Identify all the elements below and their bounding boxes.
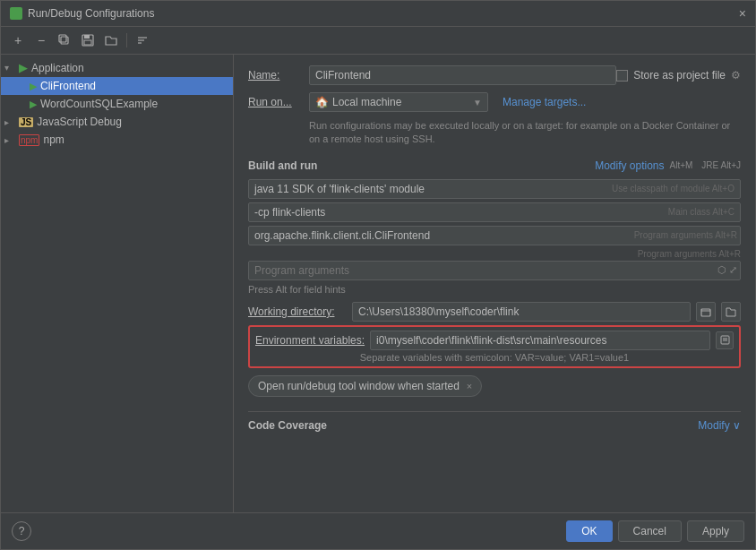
name-label: Name: [248,69,302,82]
run-debug-dialog: Run/Debug Configurations × + − [0,0,756,550]
press-alt-hint: Press Alt for field hints [248,284,741,295]
remove-button[interactable]: − [31,30,51,50]
chevron-right-icon: ▸ [4,117,15,127]
config-icon: ▶ [30,81,37,92]
classpath-shortcut: Use classpath of module Alt+O [612,184,735,193]
home-icon: 🏠 [315,96,329,108]
env-vars-row: Environment variables: [255,331,734,350]
working-dir-folder-btn[interactable] [721,302,741,322]
program-args-input[interactable] [248,261,741,280]
toolbar-separator [126,33,127,47]
sidebar-section-application-label: Application [31,62,84,74]
main-class-input[interactable] [248,226,741,245]
application-icon: ▶ [19,61,28,74]
toolbar: + − [1,27,755,55]
npm-icon: npm [19,134,39,146]
working-dir-browse-btn[interactable] [696,302,716,322]
copy-button[interactable] [55,30,74,50]
modify-options-button[interactable]: Modify options Alt+M JRE Alt+J [595,159,741,172]
env-vars-section: Environment variables: Separate variable… [248,325,741,368]
sidebar-section-npm[interactable]: ▸ npm npm [1,131,233,149]
working-dir-input[interactable] [352,302,691,322]
action-buttons: OK Cancel Apply [566,520,744,542]
title-bar: Run/Debug Configurations × [1,1,755,27]
sidebar-section-javascript[interactable]: ▸ JS JavaScript Debug [1,113,233,131]
svg-rect-4 [84,40,91,45]
name-left: Name: [248,65,616,85]
cp-value: -cp flink-clients [254,206,325,219]
working-dir-label: Working directory: [248,305,347,318]
sidebar: ▾ ▶ Application ▶ CliFrontend ▶ WordCoun… [1,55,234,512]
store-gear-icon[interactable]: ⚙ [731,69,741,82]
store-checkbox-row: Store as project file ⚙ [616,69,741,82]
sort-button[interactable] [133,30,152,50]
info-text: Run configurations may be executed local… [309,119,741,147]
code-coverage-modify-btn[interactable]: Modify ∨ [698,419,741,432]
config-icon2: ▶ [30,99,37,110]
open-debug-close-icon[interactable]: × [467,381,472,391]
build-run-header: Build and run Modify options Alt+M JRE A… [248,159,741,172]
close-icon[interactable]: × [739,6,746,21]
sidebar-item-wordcount-label: WordCountSQLExample [40,98,158,110]
name-row: Name: Store as project file ⚙ [248,65,741,85]
name-input[interactable] [309,65,616,85]
dialog-icon [10,7,22,20]
local-machine-dropdown[interactable]: 🏠 Local machine ▼ [309,92,488,112]
store-label: Store as project file [633,69,726,82]
dialog-title: Run/Debug Configurations [28,7,154,20]
chevron-right-icon2: ▸ [4,135,15,145]
modify-label: Modify ∨ [698,419,741,432]
open-debug-row: Open run/debug tool window when started … [248,375,741,404]
expand-icon[interactable]: ⬡ ⤢ [717,264,737,276]
build-run-title: Build and run [248,159,317,172]
program-args-row: ⬡ ⤢ [248,261,741,280]
local-machine-label: Local machine [332,96,401,108]
name-right: Store as project file ⚙ [616,69,741,82]
js-icon: JS [19,117,33,127]
env-vars-label: Environment variables: [255,334,365,347]
main-class-row: Program arguments Alt+R [248,226,741,245]
cp-dropdown[interactable]: -cp flink-clients Main class Alt+C [248,202,741,222]
env-vars-edit-btn[interactable] [716,331,734,349]
env-vars-input[interactable] [370,331,710,350]
working-dir-row: Working directory: [248,302,741,322]
svg-rect-3 [84,35,90,39]
run-on-label: Run on... [248,96,302,108]
title-bar-left: Run/Debug Configurations [10,7,154,20]
modify-options-label: Modify options [595,159,664,172]
sidebar-item-clifrontend-label: CliFrontend [40,80,96,92]
folder-button[interactable] [101,30,121,50]
manage-targets-link[interactable]: Manage targets... [503,96,586,108]
env-hint: Separate variables with semicolon: VAR=v… [255,352,734,363]
main-content: ▾ ▶ Application ▶ CliFrontend ▶ WordCoun… [1,55,755,512]
sidebar-section-javascript-label: JavaScript Debug [37,116,122,128]
save-button[interactable] [78,30,98,50]
sidebar-section-npm-label: npm [43,133,64,146]
apply-button[interactable]: Apply [687,520,744,542]
ok-button[interactable]: OK [566,520,612,542]
code-coverage-label: Code Coverage [248,419,327,432]
jre-label: JRE Alt+J [701,160,741,170]
code-coverage-row: Code Coverage Modify ∨ [248,411,741,432]
svg-rect-1 [59,35,66,42]
chevron-down-icon: ▾ [4,63,15,73]
sdk-value: java 11 SDK of 'flink-clients' module [254,183,425,195]
sidebar-section-application[interactable]: ▾ ▶ Application [1,58,233,77]
program-args-shortcut-label: Program arguments Alt+R [638,249,741,259]
sdk-dropdown[interactable]: java 11 SDK of 'flink-clients' module Us… [248,179,741,199]
sidebar-item-wordcount[interactable]: ▶ WordCountSQLExample [1,95,233,113]
cancel-button[interactable]: Cancel [618,520,682,542]
help-button[interactable]: ? [12,521,31,541]
store-checkbox[interactable] [616,70,628,82]
modify-options-shortcut: Alt+M [670,160,693,170]
open-debug-label: Open run/debug tool window when started [258,380,460,392]
svg-rect-0 [61,37,68,44]
main-class-shortcut: Main class Alt+C [668,207,735,217]
open-debug-button[interactable]: Open run/debug tool window when started … [248,375,482,397]
sidebar-item-clifrontend[interactable]: ▶ CliFrontend [1,77,233,95]
right-panel: Name: Store as project file ⚙ Run on... … [234,55,755,512]
svg-rect-8 [701,309,710,316]
dropdown-arrow-icon: ▼ [473,98,482,107]
run-on-row: Run on... 🏠 Local machine ▼ Manage targe… [248,92,741,112]
add-button[interactable]: + [8,30,28,50]
